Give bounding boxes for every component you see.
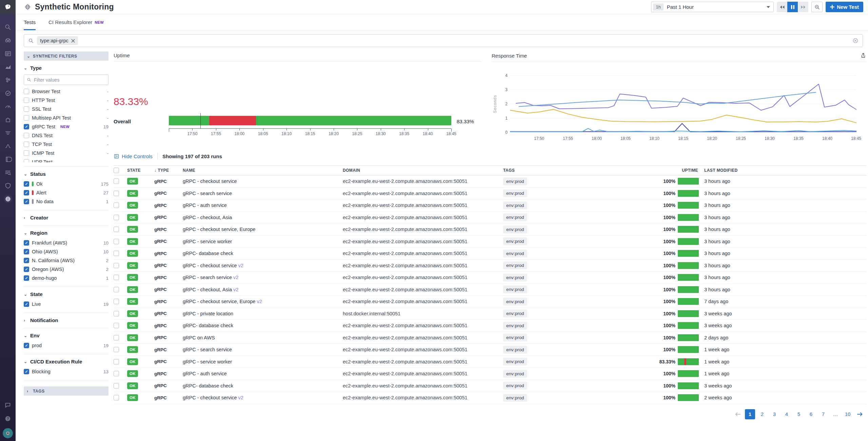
test-name-link[interactable]: gRPC - auth service (183, 371, 343, 376)
test-name-link[interactable]: gRPC- database check (183, 383, 343, 388)
tag-chip[interactable]: env:prod (503, 394, 527, 402)
remove-chip-icon[interactable] (71, 39, 75, 43)
test-name-link[interactable]: gRPC - search service v2 (183, 275, 343, 280)
col-uptime[interactable]: UPTIME (657, 168, 701, 173)
test-name-link[interactable]: gRPC - service worker (183, 359, 343, 364)
fast-forward-button[interactable] (798, 2, 808, 12)
checkbox[interactable] (24, 150, 29, 156)
test-name-link[interactable]: gRPC - checkout service (183, 178, 343, 184)
row-checkbox[interactable] (114, 335, 119, 340)
checkbox[interactable] (24, 275, 29, 281)
row-checkbox[interactable] (114, 395, 119, 400)
table-row[interactable]: OKgRPCgRPC - search serviceec2-example.e… (114, 188, 866, 200)
table-row[interactable]: OKgRPCgRPC - checkout serviceec2-example… (114, 175, 866, 188)
service-catalog-icon[interactable] (4, 89, 12, 97)
filter-section-header[interactable]: ⌄CI/CD Execution Rule (24, 358, 108, 365)
row-checkbox[interactable] (114, 215, 119, 220)
monitors-icon[interactable] (4, 102, 12, 110)
filter-item-ok[interactable]: Ok175 (24, 180, 108, 188)
row-checkbox[interactable] (114, 263, 119, 268)
filter-section-header[interactable]: ⌄Type (24, 64, 108, 71)
test-name-link[interactable]: gRPC - checkout, Asia (183, 215, 343, 220)
checkbox[interactable] (24, 267, 29, 272)
security-icon[interactable] (4, 182, 12, 190)
table-row[interactable]: OKgRPCgRPC - checkout service, Europe v2… (114, 296, 866, 308)
search-icon[interactable] (4, 23, 12, 31)
filter-section-header[interactable]: ⌄Env (24, 332, 108, 339)
tag-chip[interactable]: env:prod (503, 382, 527, 390)
table-row[interactable]: OKgRPCgRPC - search service v2ec2-exampl… (114, 272, 866, 284)
row-checkbox[interactable] (114, 371, 119, 376)
tag-chip[interactable]: env:prod (503, 310, 527, 317)
checkbox[interactable] (24, 369, 29, 374)
row-checkbox[interactable] (114, 178, 119, 184)
notebooks-icon[interactable] (4, 155, 12, 163)
row-checkbox[interactable] (114, 299, 119, 304)
datadog-logo[interactable] (0, 0, 16, 14)
test-name-link[interactable]: gRPC - checkout service, Europe v2 (183, 299, 343, 304)
synthetics-icon[interactable] (4, 195, 12, 203)
page-button-5[interactable]: 5 (794, 409, 804, 419)
tag-chip[interactable]: env:prod (503, 358, 527, 365)
table-row[interactable]: OKgRPCgRPC - checkout service v2ec2-exam… (114, 392, 866, 404)
row-checkbox[interactable] (114, 251, 119, 256)
test-name-link[interactable]: gRPC - checkout, Asia v2 (183, 287, 343, 292)
search-input[interactable]: type:api-grpc (24, 34, 863, 47)
tab-ci-results-explorer[interactable]: CI Results Explorer NEW (48, 14, 104, 30)
table-row[interactable]: OKgRPCgRPC - service workerec2-example.e… (114, 236, 866, 248)
test-name-link[interactable]: gRPC - checkout service v2 (183, 263, 343, 268)
checkbox[interactable] (24, 89, 29, 94)
table-row[interactable]: OKgRPCgRPC - service workerec2-example.e… (114, 356, 866, 368)
page-button-3[interactable]: 3 (769, 409, 780, 419)
table-row[interactable]: OKgRPCgRPC - checkout service v2ec2-exam… (114, 260, 866, 272)
tags-section-header[interactable]: › TAGS (24, 386, 108, 396)
table-row[interactable]: OKgRPCgRPC- database checkec2-example.eu… (114, 248, 866, 260)
checkbox[interactable] (24, 258, 29, 263)
checkbox[interactable] (24, 249, 29, 254)
clear-search-icon[interactable] (852, 38, 859, 44)
tag-chip[interactable]: env:prod (503, 237, 527, 245)
test-name-link[interactable]: gRPC on AWS (183, 335, 343, 340)
log-pipelines-icon[interactable] (4, 129, 12, 137)
uptime-bar[interactable] (169, 116, 451, 125)
table-row[interactable]: OKgRPCgRPC - auth serviceec2-example.eu-… (114, 368, 866, 380)
filter-item-live[interactable]: Live19 (24, 300, 108, 309)
traces-icon[interactable] (4, 142, 12, 150)
row-checkbox[interactable] (114, 347, 119, 352)
row-checkbox[interactable] (114, 383, 119, 388)
zoom-out-button[interactable] (811, 2, 823, 12)
tab-tests[interactable]: Tests (24, 14, 36, 30)
page-button-1[interactable]: 1 (745, 409, 755, 419)
help-icon[interactable]: ? (4, 415, 12, 423)
test-name-link[interactable]: gRPC - service worker (183, 239, 343, 244)
checkbox[interactable] (24, 133, 29, 138)
table-row[interactable]: OKgRPCgRPC- database checkec2-example.eu… (114, 380, 866, 392)
filter-section-header[interactable]: ⌄State (24, 291, 108, 298)
checkbox[interactable] (24, 142, 29, 147)
checkbox[interactable] (24, 98, 29, 103)
table-row[interactable]: OKgRPCgRPC- database checkec2-example.eu… (114, 320, 866, 332)
select-all-checkbox[interactable] (114, 168, 119, 173)
tag-chip[interactable]: env:prod (503, 202, 527, 209)
metrics-icon[interactable] (4, 63, 12, 71)
page-button-10[interactable]: 10 (843, 409, 853, 419)
filter-item-blocking[interactable]: Blocking13 (24, 367, 108, 376)
row-checkbox[interactable] (114, 203, 119, 208)
next-page-arrow[interactable] (855, 412, 865, 417)
filter-item-no-data[interactable]: No data1 (24, 197, 108, 206)
tag-chip[interactable]: env:prod (503, 213, 527, 221)
user-avatar[interactable] (3, 428, 13, 438)
checkbox[interactable] (24, 343, 29, 348)
tag-chip[interactable]: env:prod (503, 274, 527, 281)
test-name-link[interactable]: gRPC - private location (183, 311, 343, 316)
audit-logs-icon[interactable] (4, 168, 12, 176)
filter-item-multistep-api-test[interactable]: Multistep API Test- (24, 113, 108, 122)
col-domain[interactable]: DOMAIN (343, 168, 503, 173)
test-name-link[interactable]: gRPC - search service (183, 191, 343, 196)
filter-section-header[interactable]: ›Creator (24, 214, 108, 221)
row-checkbox[interactable] (114, 191, 119, 196)
filter-item-demo-hugo[interactable]: demo-hugo1 (24, 274, 108, 282)
table-row[interactable]: OKgRPCgRPC - auth serviceec2-example.eu-… (114, 200, 866, 212)
filter-item-ssl-test[interactable]: SSL Test- (24, 105, 108, 113)
dashboards-icon[interactable] (4, 49, 12, 58)
